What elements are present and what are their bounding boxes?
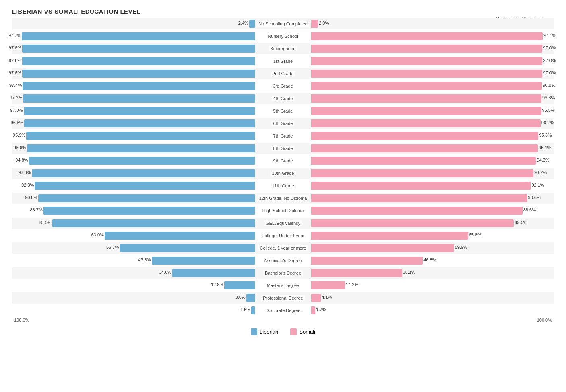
liberian-value: 88.7% — [30, 207, 42, 212]
row-label: No Schooling Completed — [257, 21, 309, 27]
somali-bar — [311, 20, 318, 28]
somali-value: 4.1% — [322, 295, 332, 300]
somali-value: 97.0% — [543, 58, 556, 63]
legend: Liberian Somali — [12, 328, 554, 335]
row-label: 4th Grade — [272, 96, 295, 101]
liberian-bar — [251, 306, 255, 314]
somali-bar — [311, 269, 402, 277]
somali-bar — [311, 70, 542, 78]
row-label: 12th Grade, No Diploma — [258, 195, 309, 201]
chart-row: 12th Grade, No Diploma90.8%90.6% — [12, 193, 554, 204]
chart-row: Associate's Degree43.3%46.8% — [12, 255, 554, 266]
liberian-bar — [26, 132, 255, 140]
liberian-bar — [32, 169, 255, 177]
row-label: Doctorate Degree — [264, 308, 302, 313]
chart-row: College, 1 year or more56.7%59.9% — [12, 242, 554, 254]
somali-value: 90.6% — [528, 195, 541, 200]
liberian-bar — [105, 232, 255, 240]
row-label: 7th Grade — [272, 133, 295, 139]
legend-somali-box — [290, 328, 297, 335]
chart-row: 9th Grade94.8%94.3% — [12, 155, 554, 166]
somali-value: 59.9% — [455, 245, 467, 250]
somali-bar — [311, 119, 541, 127]
liberian-bar — [172, 269, 255, 277]
row-label: 8th Grade — [272, 146, 295, 151]
bottom-labels: 100.0% 100.0% — [12, 318, 554, 322]
liberian-value: 97.6% — [9, 70, 21, 75]
liberian-value: 97.4% — [9, 83, 22, 88]
somali-value: 97.1% — [543, 33, 556, 38]
liberian-value: 97.7% — [8, 33, 21, 38]
liberian-bar — [22, 57, 255, 65]
liberian-bar — [152, 257, 255, 265]
somali-bar — [311, 306, 315, 314]
chart-row: 6th Grade96.8%96.2% — [12, 118, 554, 129]
liberian-value: 3.6% — [235, 295, 246, 300]
liberian-value: 97.6% — [9, 45, 21, 50]
somali-bar — [311, 281, 345, 289]
somali-bar — [311, 157, 536, 165]
chart-row: 7th Grade95.9%95.3% — [12, 130, 554, 142]
liberian-bar — [24, 107, 255, 115]
somali-value: 94.3% — [537, 158, 549, 162]
row-label: 2nd Grade — [271, 71, 295, 76]
liberian-bar — [43, 207, 255, 215]
somali-value: 38.1% — [403, 270, 415, 275]
chart-row: 1st Grade97.6%97.0% — [12, 55, 554, 67]
row-label: Professional Degree — [261, 295, 305, 301]
liberian-value: 56.7% — [106, 245, 119, 250]
somali-bar — [311, 232, 468, 240]
legend-liberian-label: Liberian — [260, 329, 278, 335]
liberian-value: 95.9% — [13, 133, 25, 138]
somali-bar — [311, 32, 543, 40]
somali-bar — [311, 132, 538, 140]
chart-row: 5th Grade97.0%96.5% — [12, 105, 554, 117]
chart-row: Doctorate Degree1.5%1.7% — [12, 305, 554, 316]
somali-bar — [311, 294, 321, 302]
chart-row: Professional Degree3.6%4.1% — [12, 292, 554, 304]
row-label: 1st Grade — [272, 58, 294, 64]
somali-bar — [311, 194, 527, 202]
chart-row: 2nd Grade97.6%97.0% — [12, 68, 554, 79]
bottom-left-label: 100.0% — [14, 318, 29, 322]
liberian-value: 93.6% — [18, 170, 31, 175]
liberian-bar — [35, 182, 255, 190]
liberian-value: 2.4% — [238, 21, 248, 25]
somali-value: 65.8% — [469, 232, 481, 237]
liberian-bar — [246, 294, 255, 302]
chart-row: High School Diploma88.7%88.6% — [12, 205, 554, 216]
chart-row: 10th Grade93.6%93.2% — [12, 168, 554, 179]
somali-value: 96.2% — [541, 120, 554, 125]
row-label: 11th Grade — [270, 183, 295, 189]
chart-row: 4th Grade97.2%96.6% — [12, 93, 554, 104]
row-label: Nursery School — [266, 33, 300, 39]
row-label: 5th Grade — [272, 108, 295, 114]
somali-value: 95.1% — [539, 145, 551, 150]
liberian-bar — [38, 194, 255, 202]
somali-bar — [311, 107, 541, 115]
somali-value: 14.2% — [346, 282, 358, 287]
somali-value: 85.0% — [514, 220, 527, 225]
somali-value: 96.6% — [542, 95, 555, 100]
somali-value: 96.8% — [543, 83, 555, 88]
somali-value: 97.0% — [543, 70, 556, 75]
chart-row: College, Under 1 year63.0%65.8% — [12, 230, 554, 241]
somali-bar — [311, 207, 523, 215]
liberian-bar — [120, 244, 255, 252]
liberian-value: 97.2% — [10, 95, 22, 100]
liberian-bar — [23, 82, 255, 90]
somali-value: 46.8% — [423, 257, 436, 262]
liberian-bar — [249, 20, 255, 28]
somali-bar — [311, 219, 514, 227]
chart-row: 8th Grade95.6%95.1% — [12, 143, 554, 154]
liberian-value: 92.3% — [21, 183, 34, 187]
liberian-bar — [27, 144, 255, 152]
somali-value: 2.9% — [319, 21, 329, 25]
somali-bar — [311, 144, 538, 152]
liberian-value: 96.8% — [11, 120, 23, 125]
liberian-value: 90.8% — [25, 195, 37, 200]
somali-bar — [311, 94, 541, 103]
liberian-value: 63.0% — [91, 232, 104, 237]
chart-row: No Schooling Completed2.4%2.9% — [12, 18, 554, 29]
liberian-value: 12.8% — [211, 282, 223, 287]
